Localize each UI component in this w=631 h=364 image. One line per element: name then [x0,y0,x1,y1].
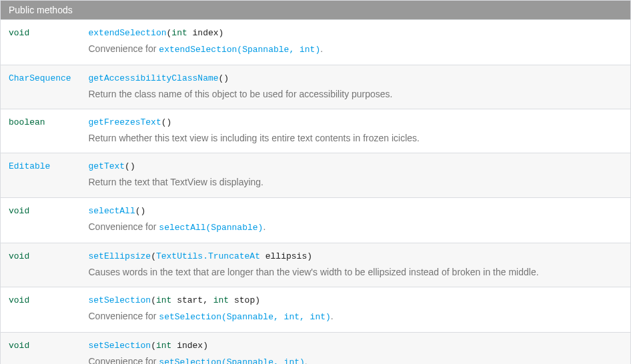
api-link[interactable]: getAccessibilityClassName [89,73,219,83]
method-description: Return the text that TextView is display… [89,175,623,189]
method-cell: getFreezesText()Return whether this text… [81,109,631,153]
api-link[interactable]: setSelection(Spannable, int, int) [159,312,330,322]
method-description: Return whether this text view is includi… [89,131,623,145]
method-signature: getText() [89,161,135,171]
return-type: void [1,243,81,287]
method-description: Convenience for selectAll(Spannable). [89,220,623,235]
api-link[interactable]: getFreezesText [89,117,161,127]
method-row: voidextendSelection(int index)Convenienc… [1,20,631,65]
api-link[interactable]: extendSelection(Spannable, int) [159,45,320,55]
method-signature: getAccessibilityClassName() [89,73,229,83]
public-methods-table: Public methods voidextendSelection(int i… [0,0,631,364]
return-type: CharSequence [1,65,81,109]
method-cell: extendSelection(int index)Convenience fo… [81,20,631,65]
method-cell: selectAll()Convenience for selectAll(Spa… [81,197,631,243]
method-description: Causes words in the text that are longer… [89,265,623,279]
api-link[interactable]: TextUtils.TruncateAt [156,251,260,261]
api-link[interactable]: selectAll(Spannable) [159,223,263,233]
return-type: void [1,287,81,332]
method-description: Return the class name of this object to … [89,87,623,101]
method-row: booleangetFreezesText()Return whether th… [1,109,631,153]
method-cell: setSelection(int start, int stop)Conveni… [81,287,631,332]
return-type: void [1,332,81,364]
method-signature: selectAll() [89,206,146,216]
method-row: voidselectAll()Convenience for selectAll… [1,197,631,243]
method-cell: setEllipsize(TextUtils.TruncateAt ellips… [81,243,631,287]
api-link[interactable]: setSelection(Spannable, int) [159,357,304,364]
method-row: voidsetEllipsize(TextUtils.TruncateAt el… [1,243,631,287]
method-row: voidsetSelection(int index)Convenience f… [1,332,631,364]
api-link[interactable]: getText [89,161,125,171]
method-signature: setSelection(int start, int stop) [89,295,260,305]
api-link[interactable]: setEllipsize [89,251,151,261]
method-signature: setSelection(int index) [89,341,208,351]
method-description: Convenience for setSelection(Spannable, … [89,355,623,364]
method-signature: extendSelection(int index) [89,28,224,38]
method-row: CharSequencegetAccessibilityClassName()R… [1,65,631,109]
api-link[interactable]: extendSelection [89,28,167,38]
method-cell: getAccessibilityClassName()Return the cl… [81,65,631,109]
return-type: boolean [1,109,81,153]
api-link[interactable]: selectAll [89,206,135,216]
api-link[interactable]: setSelection [89,295,151,305]
table-header: Public methods [1,1,631,20]
method-cell: setSelection(int index)Convenience for s… [81,332,631,364]
method-row: EditablegetText()Return the text that Te… [1,153,631,197]
api-link[interactable]: CharSequence [9,73,71,83]
return-type: Editable [1,153,81,197]
method-row: voidsetSelection(int start, int stop)Con… [1,287,631,332]
api-link[interactable]: setSelection [89,341,151,351]
method-cell: getText()Return the text that TextView i… [81,153,631,197]
method-description: Convenience for setSelection(Spannable, … [89,309,623,324]
return-type: void [1,20,81,65]
api-link[interactable]: Editable [9,161,50,171]
method-signature: setEllipsize(TextUtils.TruncateAt ellips… [89,251,312,261]
method-description: Convenience for extendSelection(Spannabl… [89,42,623,57]
method-signature: getFreezesText() [89,117,172,127]
return-type: void [1,197,81,243]
